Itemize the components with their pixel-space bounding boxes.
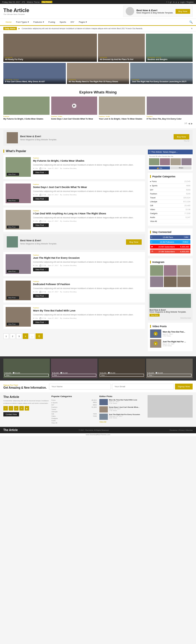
view-post-btn-2[interactable]: View Post → xyxy=(7,226,19,228)
post-thumb-0[interactable]: View Post → xyxy=(6,157,31,177)
video-thumb-0[interactable]: ▶ xyxy=(150,329,161,338)
footer-in-icon[interactable]: in xyxy=(19,406,24,411)
explore-card-2[interactable]: Fashion, Audio Your Love Is So Bright, I… xyxy=(99,97,145,120)
page-btn-3[interactable]: 3 xyxy=(16,333,22,339)
buy-theme-badge[interactable]: Buy Theme xyxy=(41,1,52,3)
bottom-view-btn-0[interactable]: View → xyxy=(4,374,49,377)
nav-item-features[interactable]: Features ▾ xyxy=(31,19,46,26)
social-email[interactable]: ✉ 27.9M Subscribers 6,800,000 xyxy=(150,249,190,253)
search-icon[interactable]: 🔍 xyxy=(189,20,193,24)
bottom-card-1[interactable]: ♥ 34,234 💬 34,234 View → xyxy=(51,359,97,378)
insta-0[interactable] xyxy=(150,265,163,276)
view-post-btn-5[interactable]: View Post → xyxy=(7,323,19,326)
page-btn-next[interactable]: 6 xyxy=(36,333,43,339)
bottom-view-btn-3[interactable]: View → xyxy=(147,374,192,377)
footer-cat-diy[interactable]: DIY5059 xyxy=(52,404,97,406)
page-btn-2[interactable]: 2 xyxy=(10,333,15,339)
view-post-link-0[interactable]: View Post → xyxy=(33,171,49,174)
view-post-btn-4[interactable]: View Post → xyxy=(7,296,19,299)
cat-item-view-all[interactable]: View All xyxy=(150,219,190,223)
social-t-icon[interactable]: t xyxy=(168,1,169,3)
hero-card-3[interactable]: Fashion, Style If You Can't Dress Ward, … xyxy=(3,63,66,84)
footer-cat-gadgets[interactable]: Gadgets xyxy=(52,417,97,420)
newsletter-signup-button[interactable]: Signup Now xyxy=(175,384,193,389)
cat-item-fashion[interactable]: Fashion 5299 xyxy=(150,192,190,196)
nav-item-font-types[interactable]: Font Types ▾ xyxy=(14,19,31,26)
post-title-0[interactable]: My Futures So Bright, I Gotta Wear Shade… xyxy=(33,159,143,163)
footer-editor-view-all[interactable]: View All xyxy=(99,421,145,423)
social-facebook[interactable]: f 13.4M Fans Like xyxy=(150,235,190,239)
hero-card-4[interactable]: Fashion All You Really Need Is The Right… xyxy=(67,63,129,84)
footer-contact-button[interactable]: Contact Now xyxy=(3,412,19,416)
footer-cat-travel[interactable]: Travel xyxy=(52,408,97,411)
view-post-btn-1[interactable]: View Post → xyxy=(7,199,19,202)
insta-5[interactable] xyxy=(177,276,190,287)
post-thumb-1[interactable]: View Post → xyxy=(6,184,31,203)
social-in-icon[interactable]: in xyxy=(173,1,174,3)
footer-gp-icon[interactable]: g xyxy=(14,406,18,411)
insta-2[interactable] xyxy=(177,265,190,276)
cat-item-foms[interactable]: ▸ Foms 23,545 xyxy=(150,180,190,184)
cat-item-diy[interactable]: DIY 5059 xyxy=(150,188,190,192)
login-register-link[interactable]: Login / Register xyxy=(180,1,194,3)
hero-card-0[interactable]: Fashion All Ready For Party xyxy=(3,34,97,62)
post-title-3[interactable]: Just The Right Hat For Every Occasion xyxy=(33,256,143,260)
video-title-0[interactable]: Warn By Time But Fad... xyxy=(163,331,185,333)
footer-editor-1[interactable]: Some Days I Just Can't Decide What... Ma… xyxy=(99,406,145,412)
newsletter-name-input[interactable] xyxy=(49,384,111,389)
social-f-icon[interactable]: f xyxy=(166,1,167,3)
social-g-icon[interactable]: g+ xyxy=(170,1,172,3)
bottom-view-btn-2[interactable]: View → xyxy=(100,374,144,377)
social-youtube[interactable]: ▶ 29.5M Subscribers 6,900,000 xyxy=(150,245,190,249)
ad-banner-button[interactable]: Buy Now xyxy=(174,134,189,139)
cat-item-gadgets[interactable]: Gadgets 77,535 xyxy=(150,212,190,216)
fb-like-btn[interactable]: 👍 Like xyxy=(149,166,170,169)
post-title-5[interactable]: Warn By Time But Faded With Love xyxy=(33,309,143,313)
view-post-link-1[interactable]: View Post → xyxy=(33,197,49,201)
cat-item-video[interactable]: Video 23.98 xyxy=(150,208,190,212)
post-title-2[interactable]: I Can Deal With Anything As Long As I Ha… xyxy=(33,212,143,216)
nav-item-fusing[interactable]: Fusing xyxy=(46,19,57,26)
facebook-like-btn[interactable]: Like xyxy=(184,236,189,238)
footer-links[interactable]: Disclaimer | Privacy | Advertise xyxy=(170,429,193,431)
cat-item-gift[interactable]: Gift 25,465 xyxy=(150,204,190,208)
explore-next-icon[interactable]: ▶ xyxy=(191,122,193,125)
footer-tw-icon[interactable]: t xyxy=(9,406,13,411)
footer-cat-gift[interactable]: Gift7348 xyxy=(52,413,97,415)
footer-yt-icon[interactable]: ▶ xyxy=(25,406,29,411)
bottom-view-btn-1[interactable]: View → xyxy=(52,374,96,377)
post-thumb-4[interactable]: View Post → xyxy=(6,281,31,300)
cat-item-lifestyle[interactable]: Lifestyle 672,334 xyxy=(150,200,190,204)
view-post-btn-0[interactable]: View Post → xyxy=(7,173,19,176)
footer-cat-audio[interactable]: Audio xyxy=(52,420,97,422)
video-title-1[interactable]: Just The Right Hat For ... xyxy=(163,341,186,343)
footer-cat-fashion[interactable]: Fashion41,634 xyxy=(52,406,97,408)
hero-card-2[interactable]: Fashion, Style Baubles and Bangles xyxy=(146,34,193,62)
view-post-link-4[interactable]: View Post → xyxy=(33,294,49,298)
footer-logo[interactable]: The Article xyxy=(3,395,49,398)
bottom-card-3[interactable]: ♥ 34,234 💬 34,234 View → xyxy=(146,359,193,378)
post-title-1[interactable]: Some Days I Just Can't Decide What To We… xyxy=(33,186,143,189)
footer-editor-2[interactable]: Just The Right Hat For Every Occasion Fe… xyxy=(99,414,145,420)
cat-item-sports[interactable]: ▸ Sports 4866 xyxy=(150,184,190,188)
newsletter-email-input[interactable] xyxy=(112,384,174,389)
post-title-4[interactable]: Dedicated Follower Of Fashion xyxy=(33,283,143,286)
footer-cat-sports[interactable]: ▸ Sports4866 xyxy=(52,401,97,404)
footer-cat-view-all[interactable]: View All xyxy=(52,422,97,424)
post-thumb-2[interactable]: View Post → xyxy=(6,210,31,230)
footer-editor-0[interactable]: Warn By Time But Faded With Love April 2… xyxy=(99,399,145,405)
twitter-follow-btn[interactable]: Follow xyxy=(182,241,189,243)
post-thumb-5[interactable]: View Post → xyxy=(6,307,31,327)
view-post-link-5[interactable]: View Post → xyxy=(33,320,49,324)
social-y-icon[interactable]: y xyxy=(178,1,179,3)
video-thumb-1[interactable]: ▶ xyxy=(150,339,161,348)
bottom-card-0[interactable]: ♥ 34,234 💬 34,234 View → xyxy=(3,359,50,378)
hero-card-5[interactable]: Fashion Just The Right Hat For Every Occ… xyxy=(130,63,193,84)
footer-cat-lifestyle[interactable]: Lifestyle xyxy=(52,411,97,413)
site-logo-title[interactable]: The Article xyxy=(3,8,29,13)
insta-3[interactable] xyxy=(150,276,163,287)
social-p-icon[interactable]: p xyxy=(176,1,177,3)
nav-item-diy[interactable]: DIY xyxy=(68,19,76,26)
bottom-card-2[interactable]: ♥ 34,234 💬 34,234 View → xyxy=(99,359,145,378)
cat-item-audio[interactable]: Audio 9,247 xyxy=(150,216,190,219)
